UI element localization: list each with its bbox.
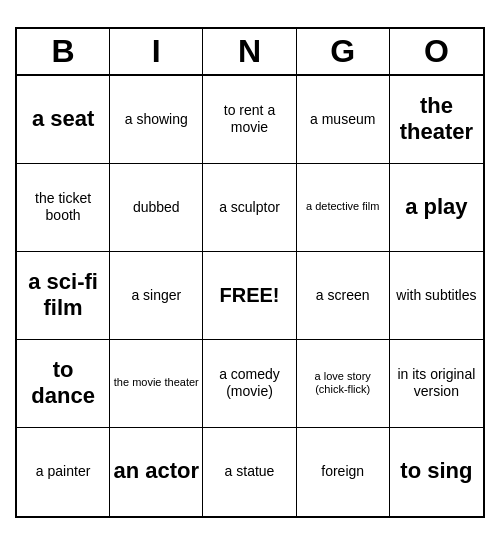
bingo-cell: dubbed [110,164,203,252]
bingo-cell: a seat [17,76,110,164]
bingo-cell: to dance [17,340,110,428]
bingo-cell: a museum [297,76,390,164]
bingo-cell: a screen [297,252,390,340]
bingo-cell: the theater [390,76,483,164]
bingo-cell: to sing [390,428,483,516]
bingo-cell: the ticket booth [17,164,110,252]
bingo-cell: the movie theater [110,340,203,428]
bingo-cell: a comedy (movie) [203,340,296,428]
bingo-cell: FREE! [203,252,296,340]
bingo-cell: a play [390,164,483,252]
bingo-cell: a sculptor [203,164,296,252]
bingo-cell: a painter [17,428,110,516]
header-letter: B [17,29,110,74]
bingo-cell: a showing [110,76,203,164]
bingo-cell: in its original version [390,340,483,428]
bingo-cell: to rent a movie [203,76,296,164]
bingo-header: BINGO [17,29,483,76]
bingo-cell: foreign [297,428,390,516]
header-letter: O [390,29,483,74]
bingo-cell: an actor [110,428,203,516]
header-letter: G [297,29,390,74]
bingo-grid: a seata showingto rent a moviea museumth… [17,76,483,516]
bingo-cell: a love story (chick-flick) [297,340,390,428]
bingo-card: BINGO a seata showingto rent a moviea mu… [15,27,485,518]
bingo-cell: a detective film [297,164,390,252]
bingo-cell: a singer [110,252,203,340]
header-letter: N [203,29,296,74]
bingo-cell: a statue [203,428,296,516]
header-letter: I [110,29,203,74]
bingo-cell: a sci-fi film [17,252,110,340]
bingo-cell: with subtitles [390,252,483,340]
